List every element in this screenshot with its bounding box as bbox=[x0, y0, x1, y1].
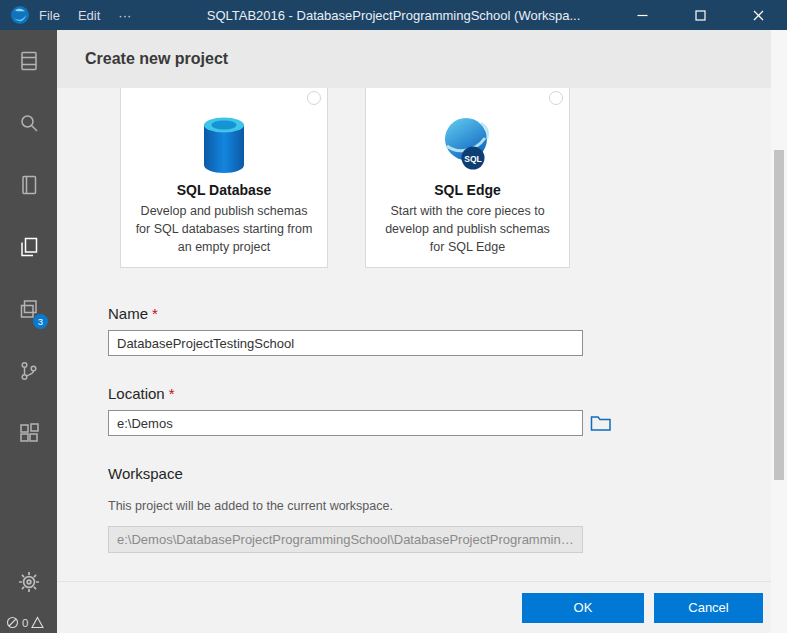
status-problems[interactable]: 0 bbox=[6, 616, 44, 629]
warnings-icon bbox=[31, 616, 44, 629]
git-branch-icon bbox=[17, 359, 41, 383]
project-form: Name* Location* Workspace bbox=[57, 88, 771, 581]
dialog-scrollbar[interactable] bbox=[771, 30, 787, 633]
error-count: 0 bbox=[22, 617, 28, 629]
close-button[interactable] bbox=[729, 0, 787, 30]
menu-file[interactable]: File bbox=[30, 0, 69, 30]
settings-gear-icon bbox=[16, 569, 42, 595]
activity-bar: 3 bbox=[0, 30, 57, 633]
activity-item-source-control[interactable] bbox=[0, 340, 57, 402]
dialog-footer: OK Cancel bbox=[57, 581, 771, 633]
cancel-button[interactable]: Cancel bbox=[654, 593, 763, 623]
required-asterisk: * bbox=[152, 305, 158, 322]
maximize-button[interactable] bbox=[671, 0, 729, 30]
project-location-input[interactable] bbox=[108, 410, 583, 436]
activity-badge: 3 bbox=[33, 314, 48, 329]
activity-item-azure[interactable]: 3 bbox=[0, 278, 57, 340]
window-controls bbox=[613, 0, 787, 30]
manage-button[interactable] bbox=[0, 569, 57, 595]
copy-pages-icon bbox=[17, 235, 41, 259]
menu-edit[interactable]: Edit bbox=[69, 0, 109, 30]
app-logo-icon bbox=[10, 5, 30, 25]
app-window: File Edit ··· SQLTAB2016 - DatabaseProje… bbox=[0, 0, 787, 633]
activity-item-connections[interactable] bbox=[0, 30, 57, 92]
folder-icon bbox=[590, 414, 612, 432]
title-bar: File Edit ··· SQLTAB2016 - DatabaseProje… bbox=[0, 0, 787, 30]
ok-button[interactable]: OK bbox=[522, 593, 644, 623]
server-icon bbox=[17, 49, 41, 73]
activity-item-extensions[interactable] bbox=[0, 402, 57, 464]
minimize-button[interactable] bbox=[613, 0, 671, 30]
dialog-title: Create new project bbox=[85, 50, 228, 68]
extensions-icon bbox=[17, 421, 41, 445]
scrollbar-thumb[interactable] bbox=[774, 150, 784, 480]
name-label: Name* bbox=[108, 305, 158, 322]
search-icon bbox=[17, 111, 41, 135]
workspace-label: Workspace bbox=[108, 465, 183, 482]
create-new-project-dialog: Create new project bbox=[57, 30, 771, 633]
location-label: Location* bbox=[108, 385, 175, 402]
dialog-content: SQL Database Develop and publish schemas… bbox=[57, 88, 771, 581]
browse-folder-button[interactable] bbox=[588, 411, 614, 435]
errors-icon bbox=[6, 616, 19, 629]
activity-item-explorer[interactable] bbox=[0, 216, 57, 278]
dialog-header: Create new project bbox=[57, 30, 771, 88]
notebook-icon bbox=[17, 173, 41, 197]
workspace-help-text: This project will be added to the curren… bbox=[108, 499, 393, 513]
window-title: SQLTAB2016 - DatabaseProjectProgrammingS… bbox=[207, 0, 581, 30]
workspace-path-input bbox=[108, 526, 583, 553]
required-asterisk: * bbox=[169, 385, 175, 402]
activity-item-notebooks[interactable] bbox=[0, 154, 57, 216]
project-name-input[interactable] bbox=[108, 330, 583, 356]
menu-more[interactable]: ··· bbox=[109, 0, 140, 30]
activity-item-search[interactable] bbox=[0, 92, 57, 154]
